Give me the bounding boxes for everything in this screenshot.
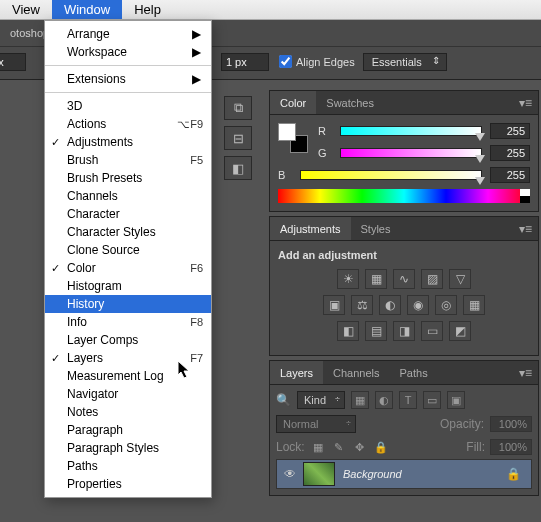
menu-actions[interactable]: Actions⌥F9 [45,115,211,133]
menu-info[interactable]: InfoF8 [45,313,211,331]
adjustments-panel: Adjustments Styles ▾≡ Add an adjustment … [269,216,539,356]
right-panels: Color Swatches ▾≡ R G B [269,90,539,500]
r-slider[interactable] [340,126,482,136]
hue-sat-icon[interactable]: ▣ [323,295,345,315]
b-slider[interactable] [300,170,482,180]
tab-swatches[interactable]: Swatches [316,91,384,114]
filter-pixel-icon[interactable]: ▦ [351,391,369,409]
tab-channels[interactable]: Channels [323,361,389,384]
channel-mixer-icon[interactable]: ◎ [435,295,457,315]
menu-help[interactable]: Help [122,0,173,19]
b-label: B [278,169,292,181]
threshold-icon[interactable]: ◨ [393,321,415,341]
panel-menu-icon[interactable]: ▾≡ [513,96,538,110]
fill-label: Fill: [466,440,485,454]
lock-transparency-icon[interactable]: ▦ [310,439,326,455]
menu-paths[interactable]: Paths [45,457,211,475]
menu-view[interactable]: View [0,0,52,19]
menu-histogram[interactable]: Histogram [45,277,211,295]
bw-icon[interactable]: ◐ [379,295,401,315]
color-spectrum[interactable] [278,189,530,203]
tab-styles[interactable]: Styles [351,217,401,240]
menu-channels[interactable]: Channels [45,187,211,205]
width-field[interactable] [0,53,26,71]
layer-name[interactable]: Background [343,468,496,480]
lock-all-icon[interactable]: 🔒 [373,439,389,455]
tab-adjustments[interactable]: Adjustments [270,217,351,240]
menu-separator [45,92,211,93]
exposure-icon[interactable]: ▨ [421,269,443,289]
color-tabbar: Color Swatches ▾≡ [270,91,538,115]
b-value[interactable] [490,167,530,183]
filter-kind-select[interactable]: Kind [297,391,345,409]
height-field[interactable] [221,53,269,71]
visibility-icon[interactable]: 👁 [277,467,303,481]
menu-adjustments[interactable]: ✓Adjustments [45,133,211,151]
menu-3d[interactable]: 3D [45,97,211,115]
slider-thumb-icon[interactable] [475,133,485,141]
g-value[interactable] [490,145,530,161]
layer-lock-icon: 🔒 [496,467,531,481]
color-lookup-icon[interactable]: ▦ [463,295,485,315]
photo-filter-icon[interactable]: ◉ [407,295,429,315]
layer-thumbnail[interactable] [303,462,335,486]
menu-workspace[interactable]: Workspace▶ [45,43,211,61]
levels-icon[interactable]: ▦ [365,269,387,289]
menu-color[interactable]: ✓ColorF6 [45,259,211,277]
menu-brush-presets[interactable]: Brush Presets [45,169,211,187]
menu-history[interactable]: History [45,295,211,313]
layer-row-background[interactable]: 👁 Background 🔒 [276,459,532,489]
invert-icon[interactable]: ◧ [337,321,359,341]
submenu-arrow-icon: ▶ [192,45,201,59]
menu-clone-source[interactable]: Clone Source [45,241,211,259]
opacity-value[interactable]: 100% [490,416,532,432]
curves-icon[interactable]: ∿ [393,269,415,289]
r-value[interactable] [490,123,530,139]
menu-navigator[interactable]: Navigator [45,385,211,403]
filter-smart-icon[interactable]: ▣ [447,391,465,409]
menu-notes[interactable]: Notes [45,403,211,421]
dock-properties-icon[interactable]: ⊟ [224,126,252,150]
window-dropdown: Arrange▶ Workspace▶ Extensions▶ 3D Actio… [44,20,212,498]
foreground-background-swatch[interactable] [278,123,308,153]
align-edges-checkbox[interactable] [279,55,292,68]
color-balance-icon[interactable]: ⚖ [351,295,373,315]
menu-character[interactable]: Character [45,205,211,223]
foreground-swatch[interactable] [278,123,296,141]
blend-mode-select[interactable]: Normal [276,415,356,433]
brightness-contrast-icon[interactable]: ☀ [337,269,359,289]
tab-color[interactable]: Color [270,91,316,114]
vibrance-icon[interactable]: ▽ [449,269,471,289]
g-slider[interactable] [340,148,482,158]
menu-paragraph-styles[interactable]: Paragraph Styles [45,439,211,457]
filter-shape-icon[interactable]: ▭ [423,391,441,409]
posterize-icon[interactable]: ▤ [365,321,387,341]
gradient-map-icon[interactable]: ▭ [421,321,443,341]
dock-history-icon[interactable]: ⧉ [224,96,252,120]
menu-layer-comps[interactable]: Layer Comps [45,331,211,349]
dock-info-icon[interactable]: ◧ [224,156,252,180]
lock-pixels-icon[interactable]: ✎ [331,439,347,455]
filter-adjust-icon[interactable]: ◐ [375,391,393,409]
panel-dock: ⧉ ⊟ ◧ [224,96,256,186]
menu-character-styles[interactable]: Character Styles [45,223,211,241]
filter-type-icon[interactable]: T [399,391,417,409]
layers-panel: Layers Channels Paths ▾≡ 🔍 Kind ▦ ◐ T ▭ … [269,360,539,496]
fill-value[interactable]: 100% [490,439,532,455]
slider-thumb-icon[interactable] [475,177,485,185]
menu-properties[interactable]: Properties [45,475,211,493]
lock-position-icon[interactable]: ✥ [352,439,368,455]
panel-menu-icon[interactable]: ▾≡ [513,366,538,380]
menu-window[interactable]: Window [52,0,122,19]
menu-paragraph[interactable]: Paragraph [45,421,211,439]
tab-layers[interactable]: Layers [270,361,323,384]
workspace-select[interactable]: Essentials [363,53,447,71]
tab-paths[interactable]: Paths [390,361,438,384]
slider-thumb-icon[interactable] [475,155,485,163]
selective-color-icon[interactable]: ◩ [449,321,471,341]
menu-arrange[interactable]: Arrange▶ [45,25,211,43]
color-panel: Color Swatches ▾≡ R G B [269,90,539,212]
menu-brush[interactable]: BrushF5 [45,151,211,169]
menu-extensions[interactable]: Extensions▶ [45,70,211,88]
panel-menu-icon[interactable]: ▾≡ [513,222,538,236]
